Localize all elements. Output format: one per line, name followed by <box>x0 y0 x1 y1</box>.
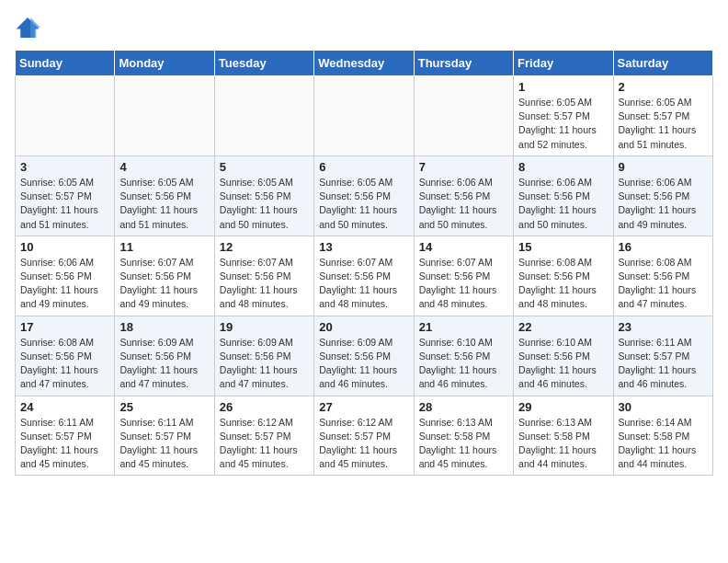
day-number: 28 <box>419 400 508 414</box>
day-info: Sunrise: 6:09 AMSunset: 5:56 PMDaylight:… <box>119 336 209 392</box>
calendar-cell: 18Sunrise: 6:09 AMSunset: 5:56 PMDayligh… <box>115 316 214 396</box>
calendar-week-3: 10Sunrise: 6:06 AMSunset: 5:56 PMDayligh… <box>16 236 713 316</box>
calendar-cell: 14Sunrise: 6:07 AMSunset: 5:56 PMDayligh… <box>414 236 513 316</box>
calendar-cell: 26Sunrise: 6:12 AMSunset: 5:57 PMDayligh… <box>214 396 313 476</box>
day-number: 18 <box>119 320 209 334</box>
logo <box>15 15 44 40</box>
day-number: 17 <box>20 320 109 334</box>
calendar-cell: 16Sunrise: 6:08 AMSunset: 5:56 PMDayligh… <box>613 236 712 316</box>
calendar-cell: 2Sunrise: 6:05 AMSunset: 5:57 PMDaylight… <box>613 76 712 156</box>
day-info: Sunrise: 6:12 AMSunset: 5:57 PMDaylight:… <box>319 416 408 472</box>
calendar-cell: 9Sunrise: 6:06 AMSunset: 5:56 PMDaylight… <box>613 155 712 236</box>
header-saturday: Saturday <box>613 51 712 76</box>
calendar-cell: 15Sunrise: 6:08 AMSunset: 5:56 PMDayligh… <box>514 236 613 316</box>
header-sunday: Sunday <box>16 51 115 76</box>
header-monday: Monday <box>115 51 214 76</box>
day-number: 10 <box>20 240 109 254</box>
calendar-header-row: SundayMondayTuesdayWednesdayThursdayFrid… <box>16 51 713 76</box>
day-number: 13 <box>319 240 408 254</box>
day-number: 4 <box>119 160 209 174</box>
day-number: 30 <box>619 400 708 414</box>
day-number: 22 <box>518 320 608 334</box>
calendar-cell: 24Sunrise: 6:11 AMSunset: 5:57 PMDayligh… <box>16 396 115 476</box>
calendar-cell: 10Sunrise: 6:06 AMSunset: 5:56 PMDayligh… <box>16 236 115 316</box>
day-info: Sunrise: 6:10 AMSunset: 5:56 PMDaylight:… <box>518 336 608 392</box>
calendar-week-5: 24Sunrise: 6:11 AMSunset: 5:57 PMDayligh… <box>16 396 713 476</box>
calendar-cell <box>214 76 313 156</box>
day-info: Sunrise: 6:09 AMSunset: 5:56 PMDaylight:… <box>319 336 408 392</box>
calendar-cell <box>16 76 115 156</box>
day-number: 2 <box>619 80 708 94</box>
day-info: Sunrise: 6:14 AMSunset: 5:58 PMDaylight:… <box>619 416 708 472</box>
day-number: 25 <box>119 400 209 414</box>
calendar-week-2: 3Sunrise: 6:05 AMSunset: 5:57 PMDaylight… <box>16 155 713 236</box>
header-tuesday: Tuesday <box>214 51 313 76</box>
calendar-cell: 1Sunrise: 6:05 AMSunset: 5:57 PMDaylight… <box>514 76 613 156</box>
day-info: Sunrise: 6:05 AMSunset: 5:57 PMDaylight:… <box>20 176 109 232</box>
calendar-cell: 21Sunrise: 6:10 AMSunset: 5:56 PMDayligh… <box>414 316 513 396</box>
calendar-cell: 29Sunrise: 6:13 AMSunset: 5:58 PMDayligh… <box>514 396 613 476</box>
calendar-cell: 27Sunrise: 6:12 AMSunset: 5:57 PMDayligh… <box>314 396 414 476</box>
calendar-cell: 4Sunrise: 6:05 AMSunset: 5:56 PMDaylight… <box>115 155 214 236</box>
calendar-week-1: 1Sunrise: 6:05 AMSunset: 5:57 PMDaylight… <box>16 76 713 156</box>
day-info: Sunrise: 6:06 AMSunset: 5:56 PMDaylight:… <box>20 256 109 312</box>
calendar-cell: 13Sunrise: 6:07 AMSunset: 5:56 PMDayligh… <box>314 236 414 316</box>
day-number: 5 <box>220 160 309 174</box>
day-number: 24 <box>20 400 109 414</box>
calendar-cell: 23Sunrise: 6:11 AMSunset: 5:57 PMDayligh… <box>613 316 712 396</box>
calendar-cell: 6Sunrise: 6:05 AMSunset: 5:56 PMDaylight… <box>314 155 414 236</box>
day-number: 14 <box>419 240 508 254</box>
svg-marker-1 <box>30 17 40 38</box>
day-info: Sunrise: 6:07 AMSunset: 5:56 PMDaylight:… <box>319 256 408 312</box>
day-info: Sunrise: 6:10 AMSunset: 5:56 PMDaylight:… <box>419 336 508 392</box>
day-number: 21 <box>419 320 508 334</box>
day-info: Sunrise: 6:11 AMSunset: 5:57 PMDaylight:… <box>119 416 209 472</box>
day-info: Sunrise: 6:11 AMSunset: 5:57 PMDaylight:… <box>619 336 708 392</box>
calendar-cell: 22Sunrise: 6:10 AMSunset: 5:56 PMDayligh… <box>514 316 613 396</box>
calendar-cell: 17Sunrise: 6:08 AMSunset: 5:56 PMDayligh… <box>16 316 115 396</box>
header-wednesday: Wednesday <box>314 51 414 76</box>
calendar-cell <box>314 76 414 156</box>
day-info: Sunrise: 6:07 AMSunset: 5:56 PMDaylight:… <box>419 256 508 312</box>
day-number: 29 <box>518 400 608 414</box>
day-info: Sunrise: 6:07 AMSunset: 5:56 PMDaylight:… <box>119 256 209 312</box>
day-info: Sunrise: 6:07 AMSunset: 5:56 PMDaylight:… <box>220 256 309 312</box>
day-info: Sunrise: 6:06 AMSunset: 5:56 PMDaylight:… <box>619 176 708 232</box>
calendar-cell: 25Sunrise: 6:11 AMSunset: 5:57 PMDayligh… <box>115 396 214 476</box>
day-number: 23 <box>619 320 708 334</box>
calendar-cell: 20Sunrise: 6:09 AMSunset: 5:56 PMDayligh… <box>314 316 414 396</box>
day-number: 15 <box>518 240 608 254</box>
day-info: Sunrise: 6:08 AMSunset: 5:56 PMDaylight:… <box>20 336 109 392</box>
page-header <box>15 15 713 40</box>
logo-icon <box>15 15 40 40</box>
day-info: Sunrise: 6:05 AMSunset: 5:56 PMDaylight:… <box>220 176 309 232</box>
calendar-cell: 11Sunrise: 6:07 AMSunset: 5:56 PMDayligh… <box>115 236 214 316</box>
day-info: Sunrise: 6:13 AMSunset: 5:58 PMDaylight:… <box>419 416 508 472</box>
day-number: 11 <box>119 240 209 254</box>
day-info: Sunrise: 6:05 AMSunset: 5:57 PMDaylight:… <box>619 96 708 152</box>
day-number: 7 <box>419 160 508 174</box>
day-info: Sunrise: 6:11 AMSunset: 5:57 PMDaylight:… <box>20 416 109 472</box>
day-info: Sunrise: 6:05 AMSunset: 5:56 PMDaylight:… <box>119 176 209 232</box>
calendar-cell: 12Sunrise: 6:07 AMSunset: 5:56 PMDayligh… <box>214 236 313 316</box>
day-number: 27 <box>319 400 408 414</box>
calendar-cell: 30Sunrise: 6:14 AMSunset: 5:58 PMDayligh… <box>613 396 712 476</box>
day-number: 6 <box>319 160 408 174</box>
calendar-cell: 5Sunrise: 6:05 AMSunset: 5:56 PMDaylight… <box>214 155 313 236</box>
day-info: Sunrise: 6:08 AMSunset: 5:56 PMDaylight:… <box>619 256 708 312</box>
day-info: Sunrise: 6:12 AMSunset: 5:57 PMDaylight:… <box>220 416 309 472</box>
day-info: Sunrise: 6:05 AMSunset: 5:57 PMDaylight:… <box>518 96 608 152</box>
day-info: Sunrise: 6:05 AMSunset: 5:56 PMDaylight:… <box>319 176 408 232</box>
day-info: Sunrise: 6:08 AMSunset: 5:56 PMDaylight:… <box>518 256 608 312</box>
calendar-cell: 7Sunrise: 6:06 AMSunset: 5:56 PMDaylight… <box>414 155 513 236</box>
header-thursday: Thursday <box>414 51 513 76</box>
calendar-cell <box>414 76 513 156</box>
day-number: 26 <box>220 400 309 414</box>
day-number: 12 <box>220 240 309 254</box>
calendar-cell: 8Sunrise: 6:06 AMSunset: 5:56 PMDaylight… <box>514 155 613 236</box>
day-number: 19 <box>220 320 309 334</box>
day-number: 3 <box>20 160 109 174</box>
calendar-week-4: 17Sunrise: 6:08 AMSunset: 5:56 PMDayligh… <box>16 316 713 396</box>
calendar-cell: 19Sunrise: 6:09 AMSunset: 5:56 PMDayligh… <box>214 316 313 396</box>
day-info: Sunrise: 6:06 AMSunset: 5:56 PMDaylight:… <box>419 176 508 232</box>
